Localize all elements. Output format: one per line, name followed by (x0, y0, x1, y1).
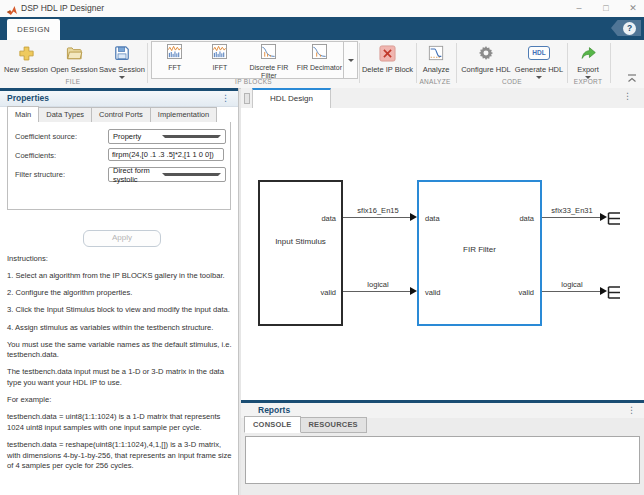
reports-tabs: CONSOLE RESOURCES (244, 418, 367, 433)
ip-blocks-section-label: IP BLOCKS (151, 78, 356, 87)
output-terminator-icon (607, 285, 621, 303)
reports-panel: Reports ⋮ CONSOLE RESOURCES (241, 400, 644, 495)
gallery-item-fir-decimator[interactable]: FIR Decimator (295, 42, 343, 78)
delete-x-icon (379, 43, 396, 63)
tab-control-ports[interactable]: Control Ports (92, 107, 151, 123)
canvas-tab-bar: HDL Design ⋮ (241, 88, 644, 109)
properties-menu-icon[interactable]: ⋮ (221, 93, 230, 103)
ip-blocks-gallery: FFT IFFT Discrete FIR Filter FIR Decimat… (151, 41, 358, 79)
close-button[interactable]: ✕ (624, 1, 642, 15)
file-section-label: FILE (0, 78, 146, 87)
instructions-text: Instructions: 1. Select an algorithm fro… (7, 254, 232, 478)
coefficients-input[interactable] (108, 148, 224, 161)
wire-arrowhead-icon (600, 287, 607, 295)
tab-design[interactable]: DESIGN (7, 19, 60, 40)
tab-console[interactable]: CONSOLE (244, 416, 301, 433)
canvas-menu-icon[interactable]: ⋮ (623, 91, 632, 101)
apply-button[interactable]: Apply (83, 230, 161, 247)
properties-title: Properties (7, 93, 49, 103)
drag-grip-handle[interactable] (244, 93, 250, 104)
output-terminator-icon (607, 211, 621, 229)
instruction-step-3: 3. Click the Input Stimulus block to vie… (7, 305, 232, 316)
coefficient-source-select[interactable]: Property (108, 129, 226, 144)
wire-arrowhead-icon (410, 287, 417, 295)
title-bar: DSP HDL IP Designer – □ ✕ (0, 0, 644, 18)
delete-ip-block-button[interactable]: Delete IP Block (360, 42, 415, 84)
section-divider (610, 43, 611, 83)
maximize-button[interactable]: □ (597, 1, 615, 15)
properties-header: Properties ⋮ (0, 91, 238, 107)
stimulus-data-port: data (321, 214, 336, 223)
hdl-design-diagram: Input Stimulus data valid FIR Filter dat… (241, 108, 644, 400)
main-tab-content: Coefficient source: Property Coefficient… (7, 122, 231, 210)
section-divider (567, 43, 568, 83)
app-window: DSP HDL IP Designer – □ ✕ DESIGN ? New S… (0, 0, 644, 495)
instructions-heading: Instructions: (7, 254, 232, 265)
section-divider (456, 43, 457, 83)
help-button[interactable]: ? (623, 22, 636, 35)
fir-valid-in-port: valid (425, 288, 440, 297)
instruction-example-heading: For example: (7, 395, 232, 406)
tab-resources[interactable]: RESOURCES (301, 417, 367, 433)
code-section-label: CODE (459, 78, 565, 87)
filter-structure-select[interactable]: Direct form systolic (108, 167, 226, 182)
gallery-item-ifft[interactable]: IFFT (197, 42, 242, 78)
instruction-step-1: 1. Select an algorithm from the IP BLOCK… (7, 271, 232, 282)
fft-icon (167, 44, 182, 63)
instruction-example-1: testbench.data = uint8(1:1:1024) is a 1-… (7, 412, 232, 433)
properties-panel: Properties ⋮ Main Data Types Control Por… (0, 88, 239, 495)
reports-menu-icon[interactable]: ⋮ (627, 405, 636, 415)
stimulus-valid-port: valid (321, 288, 336, 297)
section-divider (416, 43, 417, 83)
data-out-type-label: sfix33_En31 (551, 206, 592, 215)
fir-valid-out-port: valid (519, 288, 534, 297)
minimize-button[interactable]: – (570, 1, 588, 15)
instruction-step-2: 2. Configure the algorithm properties. (7, 288, 232, 299)
fir-data-in-port: data (425, 214, 440, 223)
reports-title: Reports (258, 405, 290, 415)
collapse-toolstrip-button[interactable] (627, 69, 637, 87)
gallery-expand-caret-icon (348, 59, 354, 62)
chevron-down-icon (162, 173, 221, 176)
input-stimulus-block[interactable]: Input Stimulus data valid (258, 180, 343, 326)
fir-data-out-port: data (519, 214, 534, 223)
data-signal-wire (343, 217, 410, 218)
console-output[interactable] (245, 436, 640, 484)
export-section-label: EXPORT (570, 78, 606, 87)
gallery-item-discrete-fir-filter[interactable]: Discrete FIR Filter (242, 42, 295, 78)
instruction-note-1: You must use the same variable names as … (7, 340, 232, 361)
reports-header: Reports ⋮ (241, 403, 644, 418)
fir-filter-block[interactable]: FIR Filter data valid data valid (417, 180, 542, 326)
ifft-icon (212, 44, 227, 63)
valid-out-type-label: logical (561, 280, 582, 289)
gallery-expand-button[interactable] (343, 42, 357, 78)
filter-structure-label: Filter structure: (15, 170, 65, 179)
valid-signal-wire (343, 291, 410, 292)
coefficient-source-label: Coefficient source: (15, 132, 77, 141)
instruction-step-4: 4. Assign stimulus as variables within t… (7, 323, 232, 334)
open-folder-icon (66, 43, 83, 63)
tab-implementation[interactable]: Implementation (151, 107, 217, 123)
gallery-item-fft[interactable]: FFT (152, 42, 197, 78)
tab-data-types[interactable]: Data Types (39, 107, 92, 123)
valid-signal-type-label: logical (367, 280, 388, 289)
design-canvas-panel: HDL Design ⋮ Input Stimulus data valid F… (241, 88, 644, 495)
tab-main[interactable]: Main (7, 106, 39, 123)
tab-strip-filler (217, 108, 231, 123)
new-session-plus-icon (18, 43, 35, 63)
export-arrow-icon (580, 43, 597, 63)
fir-decimator-icon (312, 44, 327, 63)
data-signal-type-label: sfix16_En15 (357, 206, 398, 215)
window-title: DSP HDL IP Designer (21, 3, 104, 13)
fir-filter-label: FIR Filter (419, 245, 540, 255)
wire-arrowhead-icon (600, 213, 607, 221)
properties-tabs: Main Data Types Control Ports Implementa… (7, 108, 231, 123)
section-divider (147, 43, 148, 83)
chevron-down-icon (162, 135, 221, 138)
gear-icon (478, 43, 494, 63)
tab-hdl-design[interactable]: HDL Design (252, 88, 331, 109)
toolstrip: New Session Open Session Save Session FI… (0, 40, 644, 89)
analyze-section-label: ANALYZE (414, 78, 456, 87)
save-floppy-icon (114, 43, 130, 63)
hdl-badge-icon: HDL (528, 43, 549, 63)
